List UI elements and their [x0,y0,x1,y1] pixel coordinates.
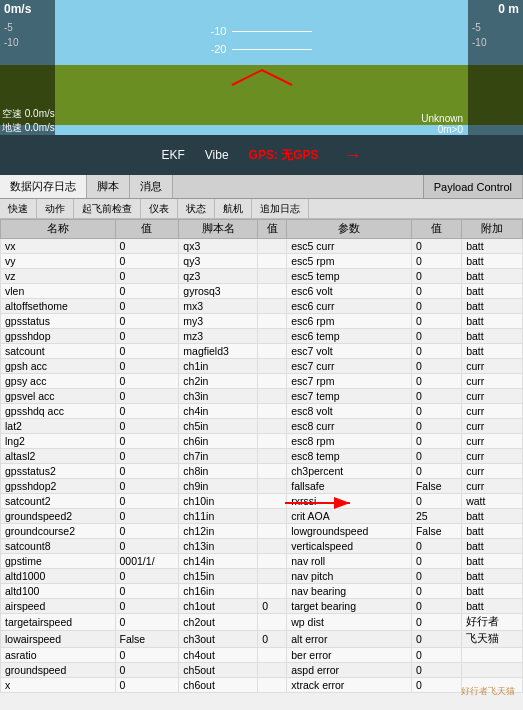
table-cell: 0 [115,539,179,554]
table-row[interactable]: vy0qy3esc5 rpm0batt [1,254,523,269]
table-row[interactable]: groundcourse20ch12inlowgroundspeedFalseb… [1,524,523,539]
table-row[interactable]: airspeed0ch1out0target bearing0batt [1,599,523,614]
col-extra: 附加 [462,220,523,239]
table-cell: asratio [1,648,116,663]
table-cell: altd1000 [1,569,116,584]
table-row[interactable]: gpsstatus0my3esc6 rpm0batt [1,314,523,329]
table-row[interactable]: altd1000ch16innav bearing0batt [1,584,523,599]
table-row[interactable]: vx0qx3esc5 curr0batt [1,239,523,254]
table-cell: 0 [115,269,179,284]
tab-bar: 数据闪存日志 脚本 消息 Payload Control [0,175,523,199]
table-cell: 0 [115,299,179,314]
table-cell: nav roll [287,554,412,569]
table-cell: qz3 [179,269,258,284]
table-row[interactable]: lat20ch5inesc8 curr0curr [1,419,523,434]
table-cell: ch12in [179,524,258,539]
table-cell [258,554,287,569]
table-cell: lowairspeed [1,631,116,648]
table-row[interactable]: gpsh acc0ch1inesc7 curr0curr [1,359,523,374]
table-cell [258,359,287,374]
table-cell: 0 [411,329,461,344]
table-row[interactable]: vz0qz3esc5 temp0batt [1,269,523,284]
table-row[interactable]: asratio0ch4outber error0 [1,648,523,663]
table-cell: ch2in [179,374,258,389]
tab-messages[interactable]: 消息 [130,175,173,198]
table-cell: lng2 [1,434,116,449]
table-cell: 0 [115,374,179,389]
table-cell: ch5out [179,663,258,678]
table-row[interactable]: targetairspeed0ch2outwp dist0好行者 [1,614,523,631]
sub-tab-instrument[interactable]: 仪表 [141,199,178,218]
sub-tab-engine[interactable]: 航机 [215,199,252,218]
table-row[interactable]: altoffsethome0mx3esc6 curr0batt [1,299,523,314]
table-row[interactable]: satcount20ch10inrxrssi0watt [1,494,523,509]
table-cell: ch10in [179,494,258,509]
table-row[interactable]: groundspeed0ch5outaspd error0 [1,663,523,678]
vibe-label: Vibe [205,148,229,162]
table-cell: 0 [411,314,461,329]
table-row[interactable]: gpsy acc0ch2inesc7 rpm0curr [1,374,523,389]
table-cell [258,329,287,344]
table-cell: groundspeed2 [1,509,116,524]
alt-tick-2: -10 [472,37,519,48]
table-cell: 0 [411,569,461,584]
sub-tab-appendlog[interactable]: 追加日志 [252,199,309,218]
table-row[interactable]: gpsvel acc0ch3inesc7 temp0curr [1,389,523,404]
col-val2: 值 [258,220,287,239]
table-cell: batt [462,254,523,269]
table-cell: batt [462,524,523,539]
table-cell: batt [462,269,523,284]
table-cell: lowgroundspeed [287,524,412,539]
hud-status-bar: EKF Vibe GPS: 无GPS → [0,135,523,175]
table-row[interactable]: altd10000ch15innav pitch0batt [1,569,523,584]
table-cell: verticalspeed [287,539,412,554]
table-cell: ch4out [179,648,258,663]
table-cell [462,648,523,663]
table-cell [258,449,287,464]
table-cell: 0 [411,464,461,479]
table-cell: 0 [115,254,179,269]
table-row[interactable]: satcount0magfield3esc7 volt0batt [1,344,523,359]
table-row[interactable]: satcount80ch13inverticalspeed0batt [1,539,523,554]
pitch-ladder: -10 -20 [211,25,313,55]
table-row[interactable]: lowairspeedFalsech3out0alt error0飞天猫 [1,631,523,648]
table-cell: wp dist [287,614,412,631]
table-row[interactable]: gpsshdop20ch9infallsafeFalsecurr [1,479,523,494]
table-row[interactable]: vlen0gyrosq3esc6 volt0batt [1,284,523,299]
table-cell: ch15in [179,569,258,584]
tab-datalog[interactable]: 数据闪存日志 [0,175,87,198]
sub-tab-preflight[interactable]: 起飞前检查 [74,199,141,218]
table-cell: curr [462,449,523,464]
ekf-label: EKF [161,148,184,162]
sub-tab-action[interactable]: 动作 [37,199,74,218]
table-row[interactable]: gpsstatus20ch8inch3percent0curr [1,464,523,479]
table-row[interactable]: groundspeed20ch11incrit AOA25batt [1,509,523,524]
table-cell: ch9in [179,479,258,494]
table-cell: 0 [115,648,179,663]
table-cell: esc6 volt [287,284,412,299]
table-cell: 0 [115,449,179,464]
alt-value: 0 m [498,2,519,16]
table-cell: esc8 rpm [287,434,412,449]
table-cell [258,584,287,599]
table-row[interactable]: gpstime0001/1/ch14innav roll0batt [1,554,523,569]
table-row[interactable]: x0ch6outxtrack error0 [1,678,523,693]
table-cell: 0 [115,344,179,359]
sub-tab-status[interactable]: 状态 [178,199,215,218]
table-cell: gpstime [1,554,116,569]
table-row[interactable]: gpsshdq acc0ch4inesc8 volt0curr [1,404,523,419]
table-row[interactable]: lng20ch6inesc8 rpm0curr [1,434,523,449]
table-cell [258,284,287,299]
table-row[interactable]: altasl20ch7inesc8 temp0curr [1,449,523,464]
table-cell: batt [462,239,523,254]
col-val1: 值 [115,220,179,239]
table-cell: 0 [115,404,179,419]
table-row[interactable]: gpsshdop0mz3esc6 temp0batt [1,329,523,344]
tab-payload[interactable]: Payload Control [423,175,523,198]
tab-script[interactable]: 脚本 [87,175,130,198]
table-cell: alt error [287,631,412,648]
table-cell: ch14in [179,554,258,569]
table-cell: gpsstatus [1,314,116,329]
pitch-minus20: -20 [211,43,313,55]
sub-tab-fast[interactable]: 快速 [0,199,37,218]
